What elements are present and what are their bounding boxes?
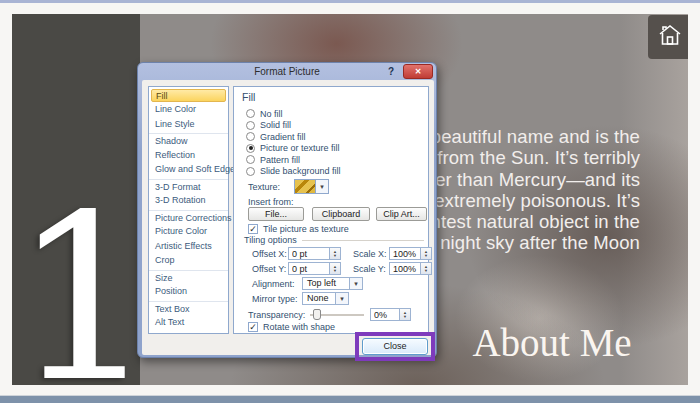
sidebar-item-line-color[interactable]: Line Color xyxy=(149,102,228,117)
radio-icon xyxy=(246,155,255,164)
transparency-input[interactable] xyxy=(370,308,400,321)
radio-icon xyxy=(246,121,255,130)
spinner-down-icon: ▼ xyxy=(333,254,337,258)
screen: 1 us has a beautiful name and is the d p… xyxy=(0,0,700,403)
offset-y-row: Offset Y: ▲▼ Scale Y: ▲▼ xyxy=(252,262,432,275)
spinner-down-icon: ▼ xyxy=(403,315,407,319)
spinner-down-icon: ▼ xyxy=(424,254,428,258)
clip-art-button[interactable]: Clip Art... xyxy=(376,207,427,221)
radio-icon xyxy=(246,109,255,118)
panel-heading: Fill xyxy=(242,91,255,103)
sidebar-item-fill[interactable]: Fill xyxy=(151,89,226,102)
offset-y-label: Offset Y: xyxy=(252,264,288,274)
transparency-spinner[interactable]: ▲▼ xyxy=(400,308,411,321)
scale-y-spinner[interactable]: ▲▼ xyxy=(421,262,432,275)
transparency-label: Transparency: xyxy=(248,310,310,320)
group-divider xyxy=(302,240,424,241)
offset-x-label: Offset X: xyxy=(252,249,288,259)
sidebar-item-3d-format[interactable]: 3-D Format xyxy=(149,179,228,194)
radio-slide-background-fill[interactable]: Slide background fill xyxy=(246,166,341,177)
radio-icon xyxy=(246,167,255,176)
scale-y-input[interactable] xyxy=(389,262,421,275)
mirror-type-dropdown[interactable]: None ▾ xyxy=(302,292,349,305)
texture-dropdown-icon[interactable]: ▾ xyxy=(316,179,329,194)
sidebar-item-alt-text[interactable]: Alt Text xyxy=(149,315,228,330)
texture-row: Texture: ▾ xyxy=(248,179,329,194)
mirror-type-label: Mirror type: xyxy=(252,294,302,304)
dialog-body: Fill Line Color Line Style Shadow Reflec… xyxy=(142,80,434,355)
offset-y-spinner[interactable]: ▲▼ xyxy=(330,262,341,275)
sidebar-item-crop[interactable]: Crop xyxy=(149,253,228,268)
sidebar-item-3d-rotation[interactable]: 3-D Rotation xyxy=(149,193,228,208)
home-icon xyxy=(657,22,683,52)
checkmark-icon: ✓ xyxy=(248,322,258,332)
sidebar-item-picture-corrections[interactable]: Picture Corrections xyxy=(149,210,228,225)
sidebar-item-picture-color[interactable]: Picture Color xyxy=(149,224,228,239)
sidebar-item-artistic-effects[interactable]: Artistic Effects xyxy=(149,239,228,254)
offset-x-input[interactable] xyxy=(288,247,330,260)
tiling-options-group: Tiling options xyxy=(244,235,424,245)
alignment-row: Alignment: Top left ▾ xyxy=(252,277,363,290)
rotate-with-shape-checkbox[interactable]: ✓ Rotate with shape xyxy=(248,322,335,332)
slide-number: 1 xyxy=(12,211,140,385)
format-picture-dialog: Format Picture ? ✕ Fill Line Color Line … xyxy=(137,62,437,358)
bottom-accent-bar xyxy=(0,395,700,403)
offset-x-spinner[interactable]: ▲▼ xyxy=(330,247,341,260)
fill-panel: Fill No fill Solid fill Gradient fill Pi… xyxy=(233,86,429,334)
sidebar-item-shadow[interactable]: Shadow xyxy=(149,133,228,148)
top-accent-line xyxy=(0,0,700,3)
tile-picture-checkbox[interactable]: ✓ Tile picture as texture xyxy=(248,224,349,234)
sidebar-item-line-style[interactable]: Line Style xyxy=(149,117,228,132)
home-button[interactable] xyxy=(648,15,688,59)
file-button[interactable]: File... xyxy=(248,207,304,221)
clipboard-button[interactable]: Clipboard xyxy=(312,207,370,221)
scale-y-label: Scale Y: xyxy=(353,264,389,274)
mirror-type-row: Mirror type: None ▾ xyxy=(252,292,349,305)
sidebar-item-position[interactable]: Position xyxy=(149,284,228,299)
sidebar-item-text-box[interactable]: Text Box xyxy=(149,301,228,316)
dialog-sidebar: Fill Line Color Line Style Shadow Reflec… xyxy=(148,86,229,334)
checkmark-icon: ✓ xyxy=(248,224,258,234)
alignment-label: Alignment: xyxy=(252,279,302,289)
radio-selected-icon xyxy=(246,144,255,153)
sidebar-item-size[interactable]: Size xyxy=(149,270,228,285)
radio-no-fill[interactable]: No fill xyxy=(246,108,283,119)
sidebar-item-reflection[interactable]: Reflection xyxy=(149,148,228,163)
insert-from-label: Insert from: xyxy=(248,197,294,207)
sidebar-item-glow[interactable]: Glow and Soft Edges xyxy=(149,162,228,177)
slide-title: About Me xyxy=(422,320,682,365)
spinner-down-icon: ▼ xyxy=(424,269,428,273)
transparency-row: Transparency: ▲▼ xyxy=(248,308,411,321)
offset-y-input[interactable] xyxy=(288,262,330,275)
texture-label: Texture: xyxy=(248,182,280,192)
transparency-slider[interactable] xyxy=(310,308,364,321)
radio-pattern-fill[interactable]: Pattern fill xyxy=(246,154,300,165)
close-button[interactable]: Close xyxy=(362,338,428,355)
scale-x-spinner[interactable]: ▲▼ xyxy=(421,247,432,260)
spinner-down-icon: ▼ xyxy=(333,269,337,273)
radio-solid-fill[interactable]: Solid fill xyxy=(246,120,291,131)
texture-swatch[interactable] xyxy=(294,179,316,194)
offset-x-row: Offset X: ▲▼ Scale X: ▲▼ xyxy=(252,247,432,260)
chevron-down-icon: ▾ xyxy=(336,292,349,305)
chevron-down-icon: ▾ xyxy=(350,277,363,290)
radio-picture-texture-fill[interactable]: Picture or texture fill xyxy=(246,143,340,154)
scale-x-input[interactable] xyxy=(389,247,421,260)
scale-x-label: Scale X: xyxy=(353,249,389,259)
help-button[interactable]: ? xyxy=(384,64,398,79)
radio-icon xyxy=(246,132,255,141)
slider-thumb[interactable] xyxy=(313,309,321,320)
slide-number-panel: 1 xyxy=(12,14,140,385)
radio-gradient-fill[interactable]: Gradient fill xyxy=(246,131,306,142)
alignment-dropdown[interactable]: Top left ▾ xyxy=(302,277,363,290)
close-icon[interactable]: ✕ xyxy=(403,64,433,79)
